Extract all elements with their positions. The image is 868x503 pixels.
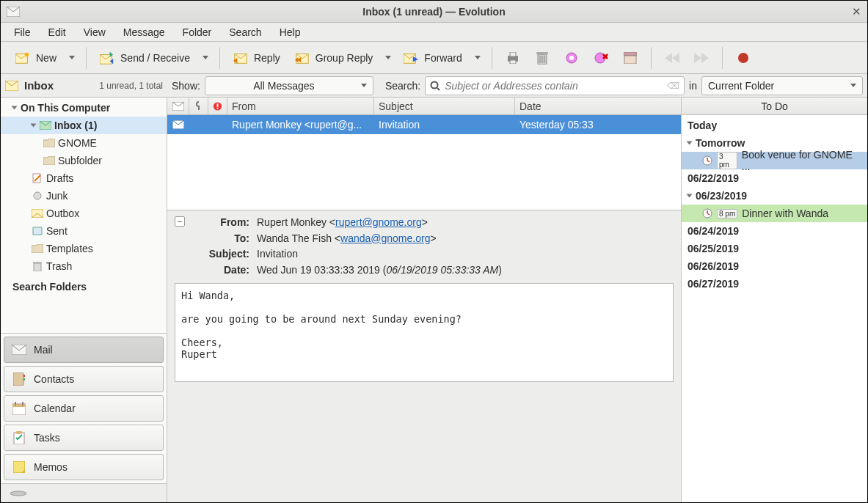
todo-date[interactable]: 06/27/2019 bbox=[682, 275, 867, 293]
forward-button[interactable]: Forward bbox=[396, 48, 469, 68]
todo-item-book-venue[interactable]: 3 pm Book venue for GNOME ... bbox=[682, 152, 867, 169]
archive-button[interactable] bbox=[616, 48, 645, 68]
unread-icon bbox=[167, 120, 189, 129]
folder-templates[interactable]: Templates bbox=[1, 240, 167, 257]
expander-icon bbox=[687, 194, 693, 198]
todo-date[interactable]: 06/26/2019 bbox=[682, 257, 867, 275]
col-date[interactable]: Date bbox=[515, 98, 681, 114]
window-title: Inbox (1 unread) — Evolution bbox=[1, 6, 867, 18]
folder-junk[interactable]: Junk bbox=[1, 187, 167, 205]
todo-date[interactable]: 06/24/2019 bbox=[682, 222, 867, 240]
cancel-button[interactable] bbox=[729, 48, 758, 68]
col-from[interactable]: From bbox=[227, 98, 374, 114]
svg-rect-46 bbox=[217, 107, 219, 109]
collapse-headers-button[interactable]: − bbox=[175, 216, 185, 227]
sidebar: On This Computer Inbox (1) GNOME Subfold… bbox=[1, 98, 167, 502]
folder-sent[interactable]: Sent bbox=[1, 222, 167, 240]
switcher-memos[interactable]: Memos bbox=[4, 454, 164, 480]
col-flag-icon[interactable] bbox=[208, 98, 227, 114]
memos-icon bbox=[12, 460, 26, 474]
header-to: To: Wanda The Fish <wanda@gnome.org> bbox=[191, 231, 674, 247]
menu-help[interactable]: Help bbox=[272, 24, 308, 40]
todo-date[interactable]: 06/25/2019 bbox=[682, 240, 867, 257]
new-dropdown[interactable] bbox=[64, 52, 80, 63]
search-field[interactable]: ⌫ bbox=[425, 76, 685, 95]
search-folders[interactable]: Search Folders bbox=[1, 278, 167, 295]
in-label: in bbox=[689, 80, 697, 92]
switcher-calendar[interactable]: Calendar bbox=[4, 395, 164, 422]
header-date: Date: Wed Jun 19 03:33:33 2019 (06/19/20… bbox=[191, 262, 674, 279]
show-combo[interactable]: All Messages bbox=[205, 76, 373, 95]
stop-icon bbox=[736, 51, 751, 65]
col-attachment-icon[interactable] bbox=[189, 98, 208, 114]
not-junk-button[interactable] bbox=[586, 48, 616, 68]
reply-button[interactable]: Reply bbox=[226, 48, 288, 68]
inbox-icon bbox=[5, 81, 18, 91]
separator bbox=[492, 47, 492, 69]
group-reply-label: Group Reply bbox=[316, 52, 373, 64]
send-receive-dropdown[interactable] bbox=[197, 52, 214, 63]
col-read-icon[interactable] bbox=[167, 98, 189, 114]
forward-label: Forward bbox=[424, 52, 462, 64]
next-button[interactable] bbox=[687, 48, 716, 68]
clear-search-icon[interactable]: ⌫ bbox=[667, 81, 679, 91]
menu-file[interactable]: File bbox=[7, 24, 38, 40]
new-label: New bbox=[36, 52, 56, 64]
trash-icon bbox=[32, 261, 43, 271]
delete-button[interactable] bbox=[528, 48, 557, 68]
send-receive-button[interactable]: Send / Receive bbox=[92, 48, 197, 68]
search-icon bbox=[430, 81, 440, 91]
send-receive-icon bbox=[100, 51, 114, 65]
switcher-tasks[interactable]: Tasks bbox=[4, 425, 164, 451]
status-handle[interactable] bbox=[1, 483, 167, 502]
menu-search[interactable]: Search bbox=[222, 24, 269, 40]
reply-icon bbox=[233, 51, 248, 65]
close-icon[interactable]: ✕ bbox=[852, 5, 861, 18]
message-row[interactable]: Rupert Monkey <rupert@g... Invitation Ye… bbox=[167, 115, 681, 134]
tasks-icon bbox=[12, 431, 26, 444]
new-button[interactable]: New bbox=[8, 48, 64, 68]
prev-button[interactable] bbox=[657, 48, 687, 68]
group-reply-dropdown[interactable] bbox=[380, 52, 396, 63]
contacts-icon bbox=[12, 372, 26, 386]
folder-icon bbox=[43, 138, 55, 148]
folder-trash[interactable]: Trash bbox=[1, 257, 167, 275]
folder-root[interactable]: On This Computer bbox=[1, 99, 167, 117]
svg-rect-18 bbox=[624, 52, 637, 56]
folder-gnome[interactable]: GNOME bbox=[1, 134, 167, 152]
todo-item-dinner[interactable]: 8 pm Dinner with Wanda bbox=[682, 205, 867, 222]
clock-icon bbox=[702, 155, 712, 166]
todo-today[interactable]: Today bbox=[682, 117, 867, 134]
scope-value: Current Folder bbox=[708, 80, 846, 92]
from-email-link[interactable]: rupert@gnome.org bbox=[335, 216, 422, 228]
svg-rect-36 bbox=[12, 404, 26, 407]
search-input[interactable] bbox=[445, 80, 663, 92]
scope-combo[interactable]: Current Folder bbox=[701, 76, 863, 95]
menu-view[interactable]: View bbox=[76, 24, 113, 40]
todo-text: Book venue for GNOME ... bbox=[742, 149, 861, 172]
switcher-contacts[interactable]: Contacts bbox=[4, 366, 164, 392]
separator bbox=[722, 47, 723, 69]
menu-edit[interactable]: Edit bbox=[41, 24, 73, 40]
switcher-mail[interactable]: Mail bbox=[4, 337, 164, 363]
folder-drafts[interactable]: Drafts bbox=[1, 169, 167, 187]
svg-rect-40 bbox=[16, 431, 22, 434]
cell-from: Rupert Monkey <rupert@g... bbox=[227, 119, 374, 131]
junk-button[interactable] bbox=[557, 48, 586, 68]
folder-icon bbox=[43, 155, 55, 166]
print-button[interactable] bbox=[498, 48, 528, 68]
prev-icon bbox=[665, 51, 679, 65]
menu-message[interactable]: Message bbox=[116, 24, 172, 40]
col-subject[interactable]: Subject bbox=[374, 98, 515, 114]
todo-date[interactable]: 06/23/2019 bbox=[682, 187, 867, 205]
list-header: From Subject Date bbox=[167, 98, 681, 115]
clock-icon bbox=[702, 208, 712, 219]
search-label: Search: bbox=[385, 80, 420, 92]
folder-inbox[interactable]: Inbox (1) bbox=[1, 117, 167, 134]
to-email-link[interactable]: wanda@gnome.org bbox=[340, 232, 430, 244]
folder-subfolder[interactable]: Subfolder bbox=[1, 152, 167, 169]
forward-dropdown[interactable] bbox=[470, 52, 486, 63]
menu-folder[interactable]: Folder bbox=[175, 24, 219, 40]
group-reply-button[interactable]: Group Reply bbox=[288, 48, 381, 68]
folder-outbox[interactable]: Outbox bbox=[1, 205, 167, 222]
